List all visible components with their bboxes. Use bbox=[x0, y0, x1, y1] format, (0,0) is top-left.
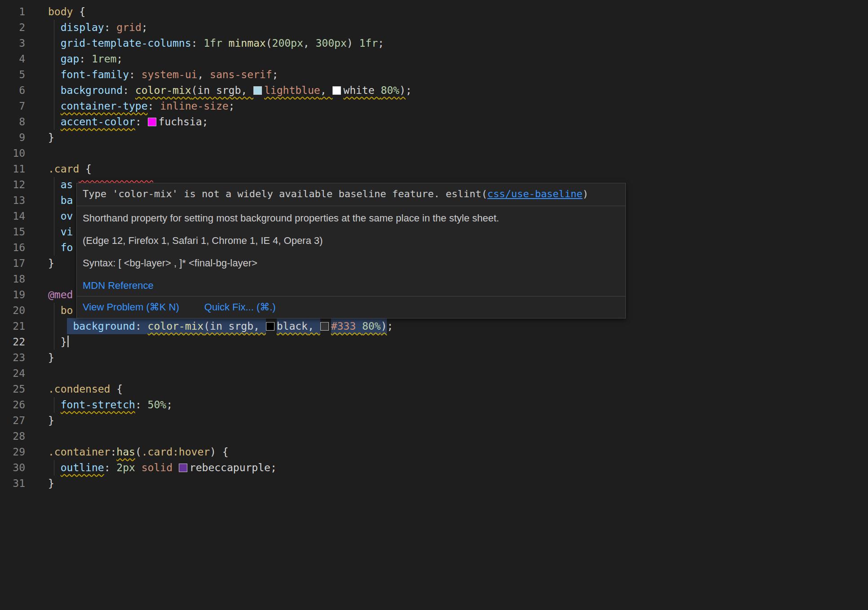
code-content: } bbox=[48, 476, 868, 491]
code-line[interactable]: 30 outline: 2px solid rebeccapurple; bbox=[0, 460, 868, 476]
diagnostic-suffix: ) bbox=[583, 188, 589, 199]
code-token: .condensed bbox=[48, 383, 110, 395]
code-content: .container:has(.card:hover) { bbox=[48, 444, 868, 460]
code-token: : bbox=[104, 22, 117, 33]
line-number: 5 bbox=[0, 67, 25, 83]
code-content: } bbox=[48, 130, 868, 146]
indent-guide-line bbox=[54, 318, 54, 334]
line-number: 21 bbox=[0, 318, 25, 334]
code-token: ; bbox=[378, 37, 384, 49]
view-problem-action[interactable]: View Problem (⌘K N) bbox=[83, 301, 179, 314]
code-token: ; bbox=[229, 100, 235, 112]
code-line[interactable]: 22 } bbox=[0, 334, 868, 350]
line-number: 9 bbox=[0, 130, 25, 146]
mdn-reference-link[interactable]: MDN Reference bbox=[83, 280, 154, 291]
code-content bbox=[48, 146, 868, 161]
line-number: 6 bbox=[0, 83, 25, 98]
indent-guide-line bbox=[54, 20, 54, 35]
code-token: rebeccapurple bbox=[190, 462, 270, 473]
code-token: 2px bbox=[116, 462, 135, 473]
code-token: : bbox=[110, 446, 116, 458]
code-token: ; bbox=[270, 462, 277, 473]
code-line[interactable]: 25.condensed { bbox=[0, 381, 868, 397]
color-swatch bbox=[266, 322, 275, 331]
line-number: 19 bbox=[0, 287, 25, 303]
code-token: { bbox=[110, 383, 123, 395]
line-number: 29 bbox=[0, 444, 25, 460]
code-token: container-type bbox=[61, 100, 148, 112]
code-content: body { bbox=[48, 4, 868, 20]
code-token: ba bbox=[61, 194, 73, 206]
code-token: black bbox=[277, 318, 308, 334]
indent-guide-line bbox=[54, 397, 54, 413]
code-token: ; bbox=[116, 53, 123, 65]
code-line[interactable]: 23} bbox=[0, 350, 868, 366]
code-line[interactable]: 24 bbox=[0, 366, 868, 381]
code-token: } bbox=[48, 257, 54, 269]
code-token bbox=[173, 462, 179, 473]
code-token: { bbox=[73, 6, 85, 18]
code-token: 1fr bbox=[204, 37, 222, 49]
code-token: : bbox=[123, 84, 135, 96]
code-line[interactable]: 6 background: color-mix(in srgb, lightbl… bbox=[0, 83, 868, 98]
code-line[interactable]: 2 display: grid; bbox=[0, 20, 868, 35]
line-number: 8 bbox=[0, 114, 25, 130]
line-number: 13 bbox=[0, 193, 25, 208]
code-content: } bbox=[48, 413, 868, 429]
line-number: 30 bbox=[0, 460, 25, 476]
code-line[interactable]: 10 bbox=[0, 146, 868, 161]
code-content: gap: 1rem; bbox=[48, 51, 868, 67]
code-token: .container bbox=[48, 446, 110, 458]
code-token: (in srgb, bbox=[191, 84, 253, 96]
code-line[interactable]: 5 font-family: system-ui, sans-serif; bbox=[0, 67, 868, 83]
code-token: : bbox=[191, 37, 204, 49]
code-line[interactable]: 31} bbox=[0, 476, 868, 491]
code-token: ) bbox=[347, 37, 359, 49]
code-line[interactable]: 1body { bbox=[0, 4, 868, 20]
code-line[interactable]: 27} bbox=[0, 413, 868, 429]
code-line[interactable]: 4 gap: 1rem; bbox=[0, 51, 868, 67]
code-token: } bbox=[48, 477, 54, 489]
code-token: as bbox=[61, 179, 73, 190]
code-token: .card bbox=[48, 163, 79, 175]
code-line[interactable]: 26 font-stretch: 50%; bbox=[0, 397, 868, 413]
diagnostic-message: Type 'color-mix' is not a widely availab… bbox=[77, 183, 625, 206]
code-token: lightblue bbox=[264, 84, 320, 96]
code-token: fo bbox=[61, 242, 73, 253]
line-number: 15 bbox=[0, 224, 25, 240]
code-line[interactable]: 3 grid-template-columns: 1fr minmax(200p… bbox=[0, 35, 868, 51]
code-line[interactable]: 28 bbox=[0, 429, 868, 444]
color-swatch bbox=[179, 464, 187, 472]
code-token: 300px bbox=[316, 37, 347, 49]
hover-tooltip: Type 'color-mix' is not a widely availab… bbox=[76, 183, 626, 318]
text-cursor bbox=[67, 336, 69, 347]
code-token: : bbox=[148, 100, 160, 112]
line-number: 22 bbox=[0, 334, 25, 350]
code-line[interactable]: 8 accent-color: fuchsia; bbox=[0, 114, 868, 130]
code-content: background: color-mix(in srgb, black, #3… bbox=[48, 318, 868, 334]
doc-browser-support: (Edge 12, Firefox 1, Safari 1, Chrome 1,… bbox=[83, 234, 620, 248]
code-token: gap bbox=[61, 53, 80, 65]
code-token: accent-color bbox=[61, 116, 135, 128]
code-token: ) { bbox=[210, 446, 229, 458]
line-number: 20 bbox=[0, 303, 25, 318]
editor[interactable]: 1body {2 display: grid;3 grid-template-c… bbox=[0, 0, 868, 610]
code-content: font-stretch: 50%; bbox=[48, 397, 868, 413]
quick-fix-action[interactable]: Quick Fix... (⌘.) bbox=[204, 301, 276, 314]
line-number: 11 bbox=[0, 161, 25, 177]
code-token: inline-size bbox=[160, 100, 228, 112]
eslint-rule-link[interactable]: css/use-baseline bbox=[487, 188, 583, 199]
code-line[interactable]: 9} bbox=[0, 130, 868, 146]
code-line[interactable]: 29.container:has(.card:hover) { bbox=[0, 444, 868, 460]
color-swatch bbox=[320, 322, 329, 331]
code-token: sans-serif bbox=[210, 69, 272, 80]
diagnostic-source: eslint( bbox=[446, 188, 487, 199]
code-content: background: color-mix(in srgb, lightblue… bbox=[48, 83, 868, 98]
code-line[interactable]: 7 container-type: inline-size; bbox=[0, 98, 868, 114]
code-token: ; bbox=[272, 69, 279, 80]
code-token: body bbox=[48, 6, 73, 18]
code-token: } bbox=[48, 415, 54, 426]
code-token: : bbox=[104, 462, 117, 473]
code-line[interactable]: 21 background: color-mix(in srgb, black,… bbox=[0, 318, 868, 334]
code-token: background bbox=[73, 318, 135, 334]
